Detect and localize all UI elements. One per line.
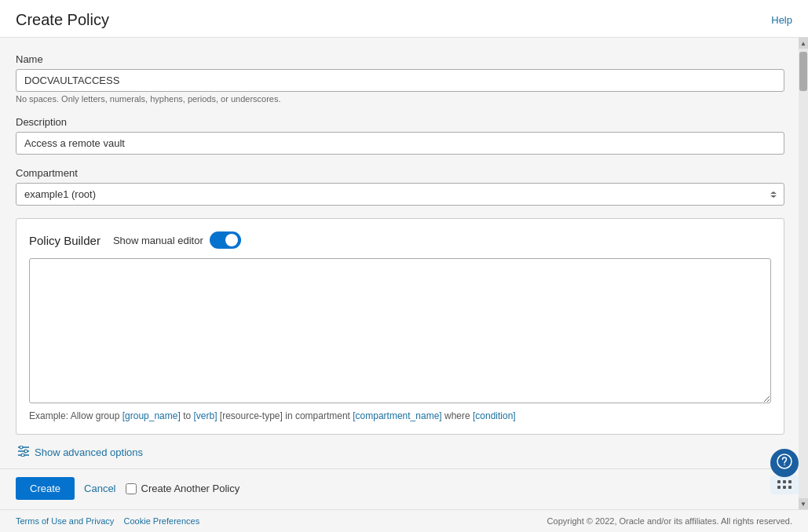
compartment-select[interactable]: example1 (root): [16, 183, 784, 206]
dot-3: [788, 480, 792, 483]
scrollbar-thumb[interactable]: [799, 52, 807, 91]
description-label: Description: [16, 116, 784, 128]
cancel-button[interactable]: Cancel: [84, 483, 115, 494]
policy-builder-header: Policy Builder Show manual editor: [29, 231, 771, 249]
scrollbar-track: [799, 49, 808, 498]
description-input[interactable]: [16, 132, 784, 155]
scroll-arrow-down[interactable]: ▼: [799, 498, 808, 509]
dot-6: [788, 486, 792, 489]
compartment-label: Compartment: [16, 167, 784, 179]
dots-grid: [777, 480, 792, 490]
terms-link[interactable]: Terms of Use and Privacy: [16, 516, 114, 526]
help-fab-icon: [777, 454, 792, 473]
name-field-group: Name No spaces. Only letters, numerals, …: [16, 53, 784, 104]
svg-point-3: [20, 446, 23, 449]
name-label: Name: [16, 53, 784, 65]
dot-1: [777, 480, 781, 483]
dot-5: [783, 486, 786, 489]
help-fab-button[interactable]: [770, 449, 799, 477]
svg-point-6: [777, 454, 792, 468]
dot-2: [783, 480, 786, 483]
name-hint: No spaces. Only letters, numerals, hyphe…: [16, 94, 784, 104]
policy-textarea[interactable]: [29, 258, 771, 403]
create-another-row: Create Another Policy: [126, 483, 240, 494]
policy-builder-title: Policy Builder: [29, 234, 101, 247]
example-compartment-link[interactable]: [compartment_name]: [353, 410, 441, 421]
example-group-link[interactable]: [group_name]: [122, 410, 181, 421]
example-text: Example: Allow group [group_name] to [ve…: [29, 410, 771, 421]
name-input[interactable]: [16, 69, 784, 92]
advanced-options-link[interactable]: Show advanced options: [35, 446, 143, 458]
advanced-options-icon: [17, 446, 30, 459]
page-footer: Terms of Use and Privacy Cookie Preferen…: [0, 509, 808, 532]
description-field-group: Description: [16, 116, 784, 155]
example-condition-link[interactable]: [condition]: [473, 410, 516, 421]
compartment-field-group: Compartment example1 (root): [16, 167, 784, 206]
manual-editor-toggle[interactable]: [210, 231, 241, 249]
policy-builder-box: Policy Builder Show manual editor Exampl…: [16, 218, 784, 435]
toggle-slider: [210, 231, 241, 249]
scroll-arrow-up[interactable]: ▲: [799, 38, 808, 49]
advanced-options-row: Show advanced options: [16, 446, 784, 459]
copyright-text: Copyright © 2022, Oracle and/or its affi…: [547, 516, 792, 526]
page-container: Create Policy Help Name No spaces. Only …: [0, 0, 808, 532]
scrollbar[interactable]: ▲ ▼: [799, 38, 808, 509]
svg-point-5: [21, 454, 24, 457]
create-another-checkbox[interactable]: [126, 483, 137, 494]
cookie-link[interactable]: Cookie Preferences: [124, 516, 200, 526]
show-manual-label: Show manual editor: [113, 231, 241, 249]
help-fab-dots[interactable]: [770, 476, 799, 494]
main-content: Name No spaces. Only letters, numerals, …: [0, 38, 808, 468]
page-title: Create Policy: [16, 11, 109, 29]
page-header: Create Policy Help: [0, 0, 808, 38]
create-button[interactable]: Create: [16, 477, 75, 500]
svg-point-7: [784, 464, 785, 465]
footer-links: Terms of Use and Privacy Cookie Preferen…: [16, 516, 199, 526]
svg-point-4: [24, 450, 27, 453]
create-another-label[interactable]: Create Another Policy: [141, 483, 240, 494]
dot-4: [777, 486, 781, 489]
example-verb-link[interactable]: [verb]: [193, 410, 217, 421]
footer-actions: Create Cancel Create Another Policy: [0, 468, 808, 509]
help-link[interactable]: Help: [771, 14, 792, 26]
